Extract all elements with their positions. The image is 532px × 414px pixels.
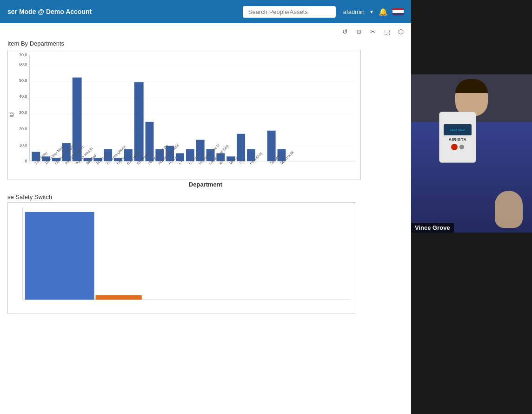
header: ser Mode @ Demo Account afadmin ▼ 🔔 [0,0,411,23]
device-card: TEST HELP AIRISTA [439,112,476,163]
toolbar: ↺ ⊙ ✂ ⬚ ⬡ [0,23,411,38]
svg-rect-39 [267,131,276,161]
bell-icon[interactable]: 🔔 [379,7,388,16]
search-input[interactable] [243,6,336,18]
second-bar-chart [7,202,355,314]
person-background: TEST HELP AIRISTA [411,74,532,233]
device-buttons [451,144,464,150]
chart-container: Item By Departments ID 0 10.0 20.0 30.0 … [0,38,411,192]
device-logo: AIRISTA [449,137,467,142]
svg-rect-68 [96,295,142,300]
export-icon[interactable]: ⬡ [396,27,406,36]
svg-text:70.0: 70.0 [19,53,27,57]
svg-text:50.0: 50.0 [19,78,27,83]
dropdown-icon[interactable]: ▼ [369,9,374,14]
x-axis-label: Department [7,181,404,188]
admin-label: afadmin [343,8,365,15]
svg-text:20.0: 20.0 [19,127,27,131]
video-area: TEST HELP AIRISTA Vince Grove [411,74,532,233]
svg-text:0: 0 [25,159,27,163]
svg-text:ID: ID [9,112,14,117]
refresh-icon[interactable]: ↺ [340,27,350,36]
bar-chart: ID 0 10.0 20.0 30.0 40.0 50.0 60.0 70.0 [7,50,361,180]
right-panel: TEST HELP AIRISTA Vince Grove [411,0,532,414]
svg-text:10.0: 10.0 [19,143,27,147]
device-button-red [451,144,458,150]
svg-rect-67 [25,212,94,300]
chart-title: Item By Departments [7,40,404,47]
svg-text:30.0: 30.0 [19,110,27,115]
header-right: afadmin ▼ 🔔 [343,7,404,16]
svg-text:40.0: 40.0 [19,94,27,99]
cut-icon[interactable]: ✂ [368,27,378,36]
main-panel: ser Mode @ Demo Account afadmin ▼ 🔔 ↺ ⊙ … [0,0,411,414]
expand-icon[interactable]: ⬚ [382,27,392,36]
device-screen: TEST HELP [444,124,472,135]
second-chart-container: se Safety Switch [0,192,411,414]
device-screen-text: TEST HELP [450,128,466,131]
flag-icon [392,8,404,15]
svg-rect-27 [134,82,144,161]
device-button-gray [459,145,464,149]
svg-text:60.0: 60.0 [19,62,27,67]
video-name-badge: Vince Grove [411,223,454,233]
second-chart-title: se Safety Switch [7,194,404,200]
header-title: ser Mode @ Demo Account [7,8,243,15]
hand-shape [495,191,523,228]
settings-icon[interactable]: ⊙ [354,27,364,36]
